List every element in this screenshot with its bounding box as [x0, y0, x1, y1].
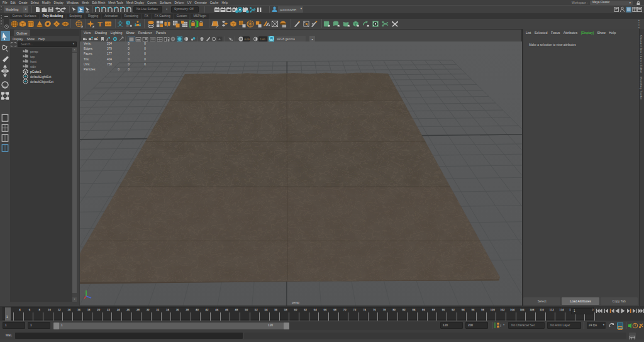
svg-text:HUD: HUD — [106, 22, 111, 25]
svg-text:T: T — [97, 20, 103, 28]
